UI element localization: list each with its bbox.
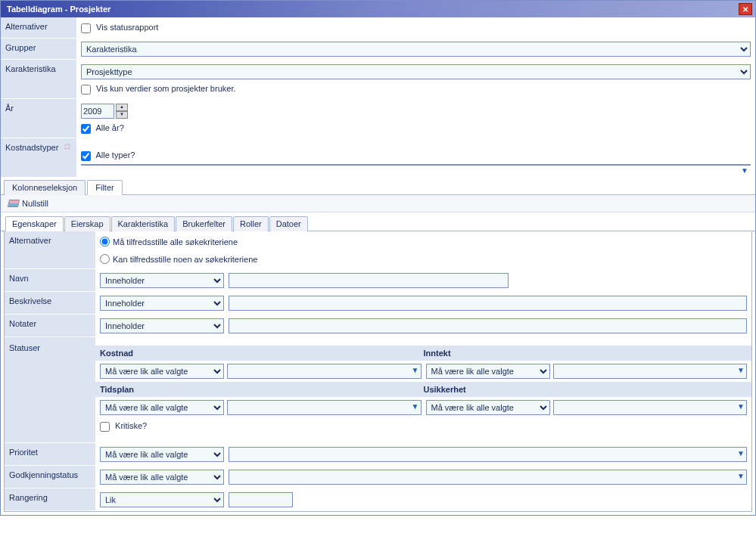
filter-label-prioritet: Prioritet	[5, 443, 95, 466]
alle-aar-label[interactable]: Alle år?	[81, 123, 124, 134]
chevron-down-icon: ▼	[737, 449, 745, 457]
kritiske-label[interactable]: Kritiske?	[100, 421, 147, 432]
tab-kolonneseleksjon[interactable]: Kolonneseleksjon	[4, 180, 86, 195]
close-icon: ✕	[742, 5, 748, 14]
alle-typer-label[interactable]: Alle typer?	[81, 150, 751, 161]
filter-row-prioritet: Prioritet Må være lik alle valgte ▼	[5, 443, 751, 466]
filter-label-alternativer: Alternativer	[5, 231, 95, 269]
titlebar: Tabelldiagram - Prosjekter ✕	[1, 1, 755, 17]
radio-alle-label[interactable]: Må tilfredsstille alle søkekriteriene	[100, 237, 238, 246]
aar-spinner: ▲ ▼	[116, 104, 128, 119]
nullstill-button[interactable]: Nullstill	[5, 197, 51, 209]
filter-toolbar: Nullstill	[1, 195, 755, 212]
usikkerhet-value-dropdown[interactable]: ▼	[553, 400, 748, 415]
status-header-2: Tidsplan Usikkerhet	[95, 382, 751, 397]
inntekt-op-select[interactable]: Må være lik alle valgte	[426, 364, 550, 379]
filter-row-notater: Notater Inneholder	[5, 315, 751, 337]
window-title: Tabelldiagram - Prosjekter	[4, 5, 110, 14]
eraser-icon	[8, 200, 20, 207]
filter-label-godkjenning: Godkjenningstatus	[5, 466, 95, 488]
filter-row-statuser: Statuser Kostnad Inntekt Må være lik all…	[5, 337, 751, 443]
main-window: Tabelldiagram - Prosjekter ✕ Alternative…	[0, 0, 756, 516]
aar-input[interactable]	[81, 104, 114, 119]
alle-typer-checkbox[interactable]	[81, 151, 91, 161]
row-grupper: Grupper Karakteristika	[1, 39, 755, 60]
beskrivelse-input[interactable]	[229, 296, 747, 311]
filter-sub-tabs: Egenskaper Eierskap Karakteristika Bruke…	[1, 215, 755, 231]
tidsplan-op-select[interactable]: Må være lik alle valgte	[100, 400, 224, 415]
aar-spin-up[interactable]: ▲	[116, 104, 128, 111]
navn-op-select[interactable]: Inneholder	[100, 273, 224, 288]
radio-noen-label[interactable]: Kan tilfredsstille noen av søkekriterien…	[100, 254, 257, 264]
filter-row-rangering: Rangering Lik	[5, 488, 751, 511]
label-kostnadstyper: Kostnadstyper ⬚	[1, 138, 76, 178]
form-body: Alternativer Vis statusrapport Grupper K…	[1, 17, 755, 512]
subtab-datoer[interactable]: Datoer	[269, 216, 308, 231]
filter-label-statuser: Statuser	[5, 337, 95, 443]
alle-aar-checkbox[interactable]	[81, 124, 91, 134]
filter-row-beskrivelse: Beskrivelse Inneholder	[5, 292, 751, 315]
vis-kun-checkbox[interactable]	[81, 85, 91, 95]
tab-filter[interactable]: Filter	[87, 180, 122, 195]
beskrivelse-op-select[interactable]: Inneholder	[100, 296, 224, 311]
subtab-egenskaper[interactable]: Egenskaper	[5, 216, 64, 231]
inntekt-value-dropdown[interactable]: ▼	[553, 364, 748, 379]
chevron-down-icon: ▼	[741, 166, 748, 175]
status-col-usikkerhet: Usikkerhet	[424, 385, 748, 394]
main-tabs: Kolonneseleksjon Filter	[1, 179, 755, 195]
aar-spin-down[interactable]: ▼	[116, 111, 128, 119]
filter-panel: Alternativer Må tilfredsstille alle søke…	[4, 231, 752, 512]
chevron-down-icon: ▼	[412, 366, 419, 374]
row-karakteristika: Karakteristika Prosjekttype Vis kun verd…	[1, 60, 755, 99]
rangering-op-select[interactable]: Lik	[100, 492, 224, 507]
notater-op-select[interactable]: Inneholder	[100, 318, 224, 333]
filter-row-godkjenning: Godkjenningstatus Må være lik alle valgt…	[5, 466, 751, 488]
filter-label-beskrivelse: Beskrivelse	[5, 292, 95, 315]
vis-statusrapport-checkbox[interactable]	[81, 23, 91, 33]
prioritet-value-dropdown[interactable]: ▼	[229, 447, 747, 462]
godkjenning-op-select[interactable]: Må være lik alle valgte	[100, 470, 224, 485]
label-grupper: Grupper	[1, 39, 76, 60]
prioritet-op-select[interactable]: Må være lik alle valgte	[100, 447, 224, 462]
grupper-select[interactable]: Karakteristika	[81, 42, 751, 57]
kostnad-value-dropdown[interactable]: ▼	[227, 364, 422, 379]
subtab-karakteristika[interactable]: Karakteristika	[111, 216, 176, 231]
tidsplan-value-dropdown[interactable]: ▼	[227, 400, 422, 415]
kostnadstyper-dropdown[interactable]: ▼	[81, 164, 751, 166]
label-alternativer: Alternativer	[1, 17, 76, 39]
kostnad-op-select[interactable]: Må være lik alle valgte	[100, 364, 224, 379]
subtab-eierskap[interactable]: Eierskap	[64, 216, 110, 231]
chevron-down-icon: ▼	[737, 472, 745, 480]
chevron-down-icon: ▼	[737, 366, 745, 374]
filter-label-navn: Navn	[5, 269, 95, 292]
navn-input[interactable]	[229, 273, 509, 288]
close-button[interactable]: ✕	[739, 3, 752, 15]
radio-alle[interactable]	[100, 237, 110, 246]
required-marker-icon: ⬚	[64, 143, 70, 150]
status-header-1: Kostnad Inntekt	[95, 346, 751, 361]
filter-row-alternativer: Alternativer Må tilfredsstille alle søke…	[5, 231, 751, 269]
usikkerhet-op-select[interactable]: Må være lik alle valgte	[426, 400, 550, 415]
subtab-brukerfelter[interactable]: Brukerfelter	[176, 216, 232, 231]
filter-row-navn: Navn Inneholder	[5, 269, 751, 292]
notater-input[interactable]	[229, 318, 747, 333]
godkjenning-value-dropdown[interactable]: ▼	[229, 470, 747, 485]
kritiske-checkbox[interactable]	[100, 422, 110, 432]
status-col-kostnad: Kostnad	[100, 349, 424, 358]
rangering-input[interactable]	[229, 492, 293, 507]
karakteristika-select[interactable]: Prosjekttype	[81, 64, 751, 79]
label-karakteristika: Karakteristika	[1, 60, 76, 99]
subtab-roller[interactable]: Roller	[233, 216, 269, 231]
chevron-down-icon: ▼	[737, 402, 745, 411]
filter-label-rangering: Rangering	[5, 488, 95, 511]
vis-kun-label[interactable]: Vis kun verdier som prosjekter bruker.	[81, 84, 751, 95]
status-col-inntekt: Inntekt	[424, 349, 748, 358]
radio-noen[interactable]	[100, 254, 110, 264]
row-aar: År ▲ ▼ Alle år?	[1, 99, 755, 138]
vis-statusrapport-label[interactable]: Vis statusrapport	[81, 23, 158, 33]
label-aar: År	[1, 99, 76, 138]
chevron-down-icon: ▼	[412, 402, 419, 411]
status-col-tidsplan: Tidsplan	[100, 385, 424, 394]
row-kostnadstyper: Kostnadstyper ⬚ Alle typer? ▼	[1, 138, 755, 178]
row-alternativer: Alternativer Vis statusrapport	[1, 17, 755, 39]
